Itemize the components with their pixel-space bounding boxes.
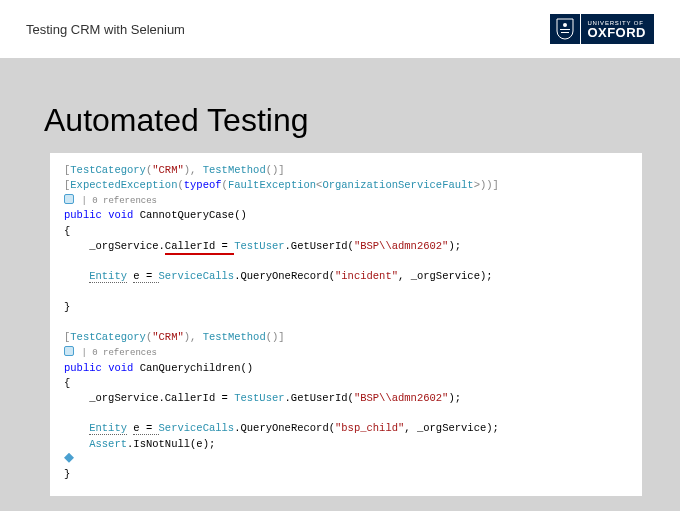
slide-title: Automated Testing — [44, 102, 642, 139]
code-line: Entity e = ServiceCalls.QueryOneRecord("… — [64, 269, 628, 284]
svg-rect-2 — [561, 32, 569, 33]
oxford-crest-icon — [550, 14, 580, 44]
codelens-row: | 0 references — [64, 193, 628, 208]
code-line: { — [64, 224, 628, 239]
test-status-icon — [64, 453, 74, 463]
codelens-row: | 0 references — [64, 345, 628, 360]
codelens-icon — [64, 346, 74, 356]
header-bar: Testing CRM with Selenium UNIVERSITY OF … — [0, 0, 680, 58]
code-line: Entity e = ServiceCalls.QueryOneRecord("… — [64, 421, 628, 436]
code-line — [64, 452, 628, 467]
code-line — [64, 254, 628, 269]
code-line: { — [64, 376, 628, 391]
header-title: Testing CRM with Selenium — [26, 22, 185, 37]
highlighted-code: CallerId = — [165, 240, 234, 255]
svg-point-0 — [563, 23, 567, 27]
slide-body: Automated Testing [TestCategory("CRM"), … — [0, 58, 680, 496]
code-block: [TestCategory("CRM"), TestMethod()] [Exp… — [50, 153, 642, 496]
code-line: } — [64, 467, 628, 482]
code-line: [TestCategory("CRM"), TestMethod()] — [64, 163, 628, 178]
code-line: public void CannotQueryCase() — [64, 208, 628, 223]
code-line: Assert.IsNotNull(e); — [64, 437, 628, 452]
code-line — [64, 285, 628, 300]
code-line — [64, 406, 628, 421]
oxford-logo-text: UNIVERSITY OF OXFORD — [581, 14, 654, 44]
codelens-icon — [64, 194, 74, 204]
code-line: _orgService.CallerId = TestUser.GetUserI… — [64, 239, 628, 254]
svg-rect-1 — [560, 29, 570, 30]
logo-big-text: OXFORD — [587, 26, 646, 39]
code-line: public void CanQuerychildren() — [64, 361, 628, 376]
code-line: [TestCategory("CRM"), TestMethod()] — [64, 330, 628, 345]
code-line: [ExpectedException(typeof(FaultException… — [64, 178, 628, 193]
code-line: } — [64, 300, 628, 315]
oxford-logo: UNIVERSITY OF OXFORD — [550, 14, 654, 44]
code-line: _orgService.CallerId = TestUser.GetUserI… — [64, 391, 628, 406]
code-line — [64, 315, 628, 330]
